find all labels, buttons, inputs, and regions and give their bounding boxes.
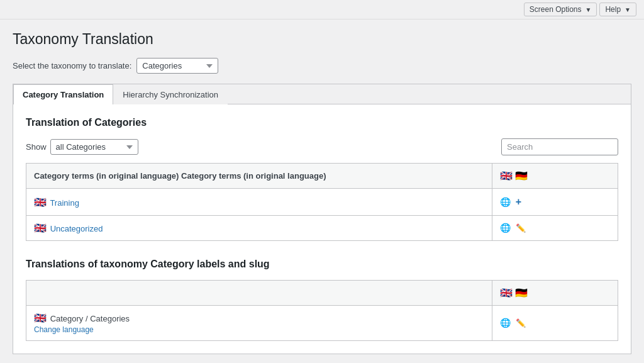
globe-icon-training: 🌐 [500, 197, 511, 207]
flags-actions-cell-uncategorized: 🌐 ✏️ [492, 216, 618, 241]
term-cell-uncategorized: 🇬🇧 Uncategorized [26, 216, 492, 241]
tab-category-translation[interactable]: Category Translation [13, 84, 113, 104]
categories-table: Category terms (in original language) Ca… [26, 163, 618, 241]
section1-title: Translation of Categories [26, 117, 618, 128]
globe-icon-uncategorized: 🌐 [500, 223, 511, 233]
labels-header-de-flag: 🇩🇪 [515, 287, 528, 299]
show-filter-label: Show [26, 142, 47, 152]
labels-term-cell: 🇬🇧 Category / Categories Change language [26, 306, 492, 341]
screen-options-label: Screen Options [530, 5, 582, 14]
edit-labels-button[interactable]: ✏️ [513, 317, 528, 329]
training-link[interactable]: Training [50, 198, 79, 208]
filter-row: Show all Categories translated untransla… [26, 138, 618, 155]
header-de-flag: 🇩🇪 [515, 170, 528, 182]
table-row: 🇬🇧 Uncategorized 🌐 ✏️ [26, 216, 618, 241]
page-content: Taxonomy Translation Select the taxonomy… [0, 20, 644, 363]
help-label: Help [605, 5, 621, 14]
search-input[interactable] [501, 138, 618, 155]
term-cell-training: 🇬🇧 Training [26, 189, 492, 216]
taxonomy-select-row: Select the taxonomy to translate: Catego… [13, 58, 631, 74]
globe-icon-labels: 🌐 [500, 318, 511, 328]
help-button[interactable]: Help ▼ [599, 3, 636, 16]
tabs-header: Category Translation Hierarchy Synchroni… [13, 84, 631, 104]
labels-col-header-term [26, 281, 492, 306]
labels-table: 🇬🇧 🇩🇪 🇬🇧 Category / Categories [26, 280, 618, 341]
col-header-term: Category terms (in original language) Ca… [26, 164, 492, 189]
uncategorized-link[interactable]: Uncategorized [50, 224, 103, 233]
uncategorized-uk-flag: 🇬🇧 [34, 222, 47, 234]
tabs-container: Category Translation Hierarchy Synchroni… [13, 84, 631, 354]
table-row: 🇬🇧 Category / Categories Change language… [26, 306, 618, 341]
pencil-icon-labels: ✏️ [516, 318, 526, 328]
labels-term-text: Category / Categories [50, 314, 130, 323]
labels-flags-actions-cell: 🌐 ✏️ [492, 306, 618, 341]
screen-options-button[interactable]: Screen Options ▼ [524, 3, 597, 16]
section-translation-of-categories: Translation of Categories Show all Categ… [26, 117, 618, 241]
labels-uk-flag: 🇬🇧 [34, 312, 47, 324]
change-language-link[interactable]: Change language [34, 325, 484, 334]
table-header-row: Category terms (in original language) Ca… [26, 164, 618, 189]
show-filter-dropdown[interactable]: all Categories translated untranslated [50, 139, 138, 155]
labels-col-header-flags: 🇬🇧 🇩🇪 [492, 281, 618, 306]
col-header-flags: 🇬🇧 🇩🇪 [492, 164, 618, 189]
labels-table-header-row: 🇬🇧 🇩🇪 [26, 281, 618, 306]
add-translation-training-button[interactable]: + [513, 195, 524, 209]
tab-content-category-translation: Translation of Categories Show all Categ… [13, 104, 631, 354]
filter-left: Show all Categories translated untransla… [26, 139, 138, 155]
help-chevron-icon: ▼ [625, 6, 631, 13]
table-row: 🇬🇧 Training 🌐 + [26, 189, 618, 216]
header-uk-flag: 🇬🇧 [500, 170, 513, 182]
flags-actions-cell-training: 🌐 + [492, 189, 618, 216]
tab-hierarchy-synchronization[interactable]: Hierarchy Synchronization [113, 84, 228, 104]
taxonomy-dropdown[interactable]: Categories Tags Post Format [136, 58, 218, 74]
col-header-term-text: Category terms (in original language) [181, 171, 326, 181]
pencil-icon-uncategorized: ✏️ [516, 223, 526, 233]
screen-options-chevron-icon: ▼ [586, 6, 592, 13]
training-uk-flag: 🇬🇧 [34, 196, 47, 208]
top-bar: Screen Options ▼ Help ▼ [0, 0, 644, 20]
labels-header-uk-flag: 🇬🇧 [500, 287, 513, 299]
section-taxonomy-labels: Translations of taxonomy Category labels… [26, 259, 618, 341]
section2-title: Translations of taxonomy Category labels… [26, 259, 618, 270]
edit-translation-uncategorized-button[interactable]: ✏️ [513, 222, 528, 234]
taxonomy-select-label: Select the taxonomy to translate: [13, 61, 131, 70]
page-title: Taxonomy Translation [13, 31, 631, 48]
plus-icon-training: + [516, 196, 521, 208]
